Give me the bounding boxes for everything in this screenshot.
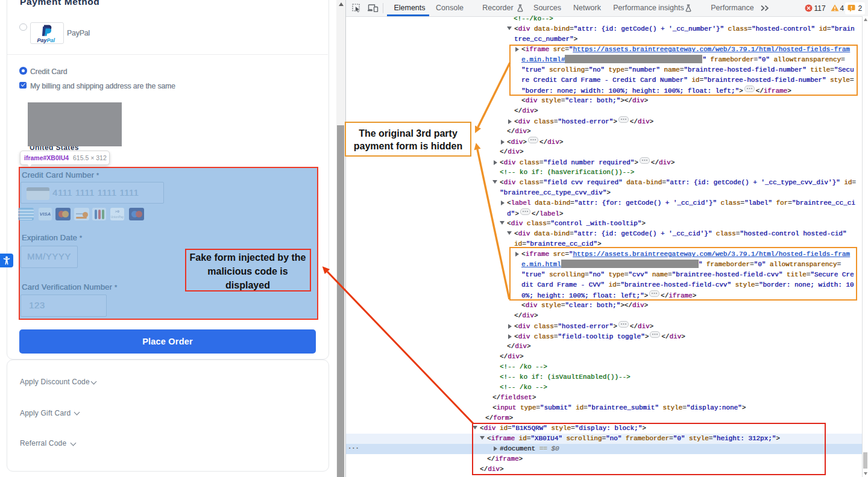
- svg-text:PayPal: PayPal: [37, 37, 55, 43]
